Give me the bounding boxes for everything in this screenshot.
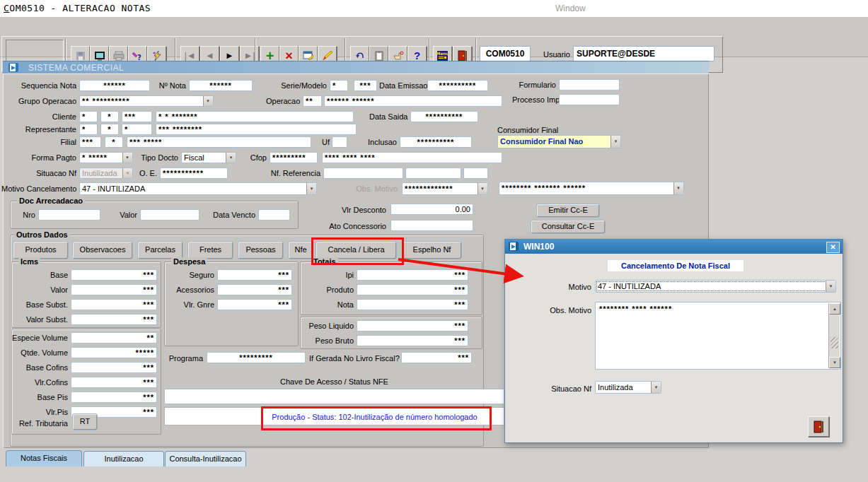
cliente-field-1[interactable]: * xyxy=(79,111,98,122)
chevron-down-icon[interactable]: ▼ xyxy=(203,96,213,106)
usuario-field[interactable]: SUPORTE@DESDE xyxy=(573,46,714,61)
cfop-descricao-field[interactable]: **** **** **** xyxy=(322,152,502,163)
processo-imp-field[interactable] xyxy=(559,94,620,105)
base-pis-field[interactable]: *** xyxy=(71,392,157,403)
obs-motivo-combo[interactable]: *************▼ xyxy=(402,182,488,195)
espelho-nf-button[interactable]: Espelho Nf xyxy=(402,241,462,259)
filial-nome-field[interactable]: *** ***** xyxy=(127,136,311,148)
chevron-down-icon[interactable]: ▼ xyxy=(478,183,487,194)
vlr-desconto-field[interactable]: 0.00 xyxy=(390,204,473,215)
oe-field[interactable]: *********** xyxy=(160,167,228,179)
chevron-down-icon[interactable]: ▼ xyxy=(651,382,661,393)
operacao-descricao-field[interactable]: ****** ****** xyxy=(324,95,502,107)
data-emissao-field[interactable]: ********** xyxy=(427,80,488,91)
data-vencto-field[interactable] xyxy=(258,209,290,221)
scroll-down-icon[interactable]: ▼ xyxy=(829,357,840,368)
emitir-cce-button[interactable]: Emitir Cc-E xyxy=(536,204,600,218)
data-emissao-label: Data Emissao xyxy=(379,80,424,91)
seguro-field[interactable]: *** xyxy=(217,269,292,281)
popup-exit-button[interactable] xyxy=(808,416,829,437)
base-cofins-field[interactable]: *** xyxy=(71,362,157,373)
vlr-cofins-field[interactable]: *** xyxy=(71,377,157,388)
consultar-cce-button[interactable]: Consultar Cc-E xyxy=(531,220,606,234)
programa-field[interactable]: ********* xyxy=(207,352,306,363)
grupo-operacao-combo[interactable]: ** **********▼ xyxy=(79,95,214,107)
chevron-down-icon[interactable]: ▼ xyxy=(611,136,620,148)
inclusao-field[interactable]: ********** xyxy=(400,136,472,148)
representante-nome-field[interactable]: *** ******** xyxy=(156,124,357,135)
icms-valor-subst-field[interactable]: *** xyxy=(71,314,157,325)
uf-field[interactable] xyxy=(332,136,347,148)
extra-motivo-combo[interactable]: ******** ******* ******▼ xyxy=(499,182,684,195)
filial-field-1[interactable]: *** xyxy=(79,136,101,148)
formulario-field[interactable] xyxy=(559,79,620,90)
nf-referencia-field-2[interactable] xyxy=(405,167,461,179)
vlr-gnre-field[interactable]: *** xyxy=(217,299,292,310)
nfe-button[interactable]: Nfe xyxy=(288,241,313,259)
tab-consulta-inutilizacao[interactable]: Consulta-Inutilizacao xyxy=(165,451,246,466)
cfop-codigo-field[interactable]: ********* xyxy=(270,152,318,163)
forma-pagto-combo[interactable]: * *****▼ xyxy=(79,152,133,163)
icms-valor-field[interactable]: *** xyxy=(71,284,157,295)
seguro-label: Seguro xyxy=(170,269,214,281)
scrollbar[interactable]: ▲ ▼ xyxy=(828,303,840,368)
chevron-down-icon[interactable]: ▼ xyxy=(122,153,132,163)
popup-situacao-nf-combo[interactable]: Inutilizada▼ xyxy=(595,381,661,394)
consumidor-final-combo[interactable]: Consumidor Final Nao▼ xyxy=(497,135,621,148)
undo-icon xyxy=(354,50,366,61)
filial-field-2[interactable]: * xyxy=(105,136,123,148)
cliente-field-3[interactable]: *** xyxy=(122,111,152,122)
nf-referencia-field-3[interactable] xyxy=(463,167,488,179)
peso-bruto-field[interactable]: *** xyxy=(357,335,468,346)
ipi-field[interactable]: *** xyxy=(357,269,468,281)
chevron-down-icon[interactable]: ▼ xyxy=(226,153,236,163)
ato-concessorio-field[interactable] xyxy=(390,220,473,231)
acessorios-field[interactable]: *** xyxy=(217,284,292,295)
cliente-nome-field[interactable]: * * ******* xyxy=(156,111,354,122)
scroll-up-icon[interactable]: ▲ xyxy=(829,303,840,315)
produto-field[interactable]: *** xyxy=(357,284,468,295)
livro-fiscal-field[interactable]: *** xyxy=(401,352,472,363)
representante-field-3[interactable]: * xyxy=(122,124,152,135)
tipo-docto-combo[interactable]: Fiscal▼ xyxy=(181,152,236,163)
nota-field[interactable]: *** xyxy=(357,299,468,310)
representante-field-1[interactable]: * xyxy=(79,124,98,135)
valor-field[interactable] xyxy=(140,209,199,221)
nro-field[interactable] xyxy=(38,209,100,221)
operacao-codigo-field[interactable]: ** xyxy=(303,95,322,107)
chevron-down-icon[interactable]: ▼ xyxy=(826,281,835,292)
popup-motivo-combo[interactable]: 47 - INUTILIZADA▼ xyxy=(595,280,836,293)
tab-inutilizacao[interactable]: Inutilizacao xyxy=(83,451,164,466)
qtde-volume-field[interactable]: ***** xyxy=(71,347,157,358)
close-icon[interactable]: ✕ xyxy=(826,242,840,253)
cliente-field-2[interactable]: * xyxy=(100,111,119,122)
sequencia-nota-label: Sequencia Nota xyxy=(13,80,76,91)
popup-obs-motivo-textarea[interactable]: ******** **** ****** ▲ ▼ xyxy=(595,302,841,370)
representante-field-2[interactable]: * xyxy=(100,124,119,135)
modelo-field[interactable]: *** xyxy=(354,80,377,91)
motivo-cancelamento-combo[interactable]: 47 - INUTILIZADA▼ xyxy=(79,182,317,195)
pessoas-button[interactable]: Pessoas xyxy=(238,241,284,259)
ipi-label: Ipi xyxy=(304,269,354,281)
sequencia-nota-field[interactable]: ****** xyxy=(79,80,150,91)
no-nota-field[interactable]: ****** xyxy=(189,80,253,91)
tab-notas-fiscais[interactable]: Notas Fiscais xyxy=(6,450,82,466)
peso-liquido-field[interactable]: *** xyxy=(357,320,468,331)
chave-acesso-field[interactable] xyxy=(164,389,504,404)
chevron-down-icon[interactable]: ▼ xyxy=(673,182,683,194)
nf-referencia-field-1[interactable] xyxy=(323,167,403,179)
rt-button[interactable]: RT xyxy=(72,413,98,430)
especie-volume-field[interactable]: ** xyxy=(71,332,157,343)
observacoes-button[interactable]: Observacoes xyxy=(72,241,133,259)
data-saida-field[interactable]: ********** xyxy=(410,111,478,122)
win100-titlebar[interactable]: WIN100 ✕ xyxy=(505,240,843,254)
icms-base-field[interactable]: *** xyxy=(71,269,157,281)
program-code-field[interactable]: COM0510 xyxy=(480,46,531,61)
window-menu[interactable]: Window xyxy=(555,4,586,13)
chevron-down-icon[interactable]: ▼ xyxy=(306,183,316,194)
data-saida-label: Data Saida xyxy=(369,111,407,122)
icms-base-subst-field[interactable]: *** xyxy=(71,299,157,310)
serie-modelo-label: Serie/Modelo xyxy=(280,80,327,91)
obs-motivo-label: Obs. Motivo xyxy=(354,183,398,194)
serie-field[interactable]: * xyxy=(330,80,348,91)
